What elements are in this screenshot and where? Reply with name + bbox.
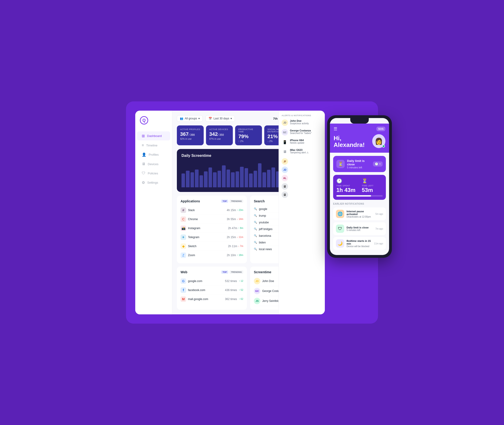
- phone-header: ☰ SOS: [330, 124, 389, 134]
- notif-sub: 5 minutes left: [347, 229, 368, 232]
- search-icon: 🔍: [254, 207, 257, 210]
- app-change: ↑ 8m: [238, 227, 243, 229]
- app-time: 2h 10m: [227, 254, 236, 257]
- notif-icon: 🌐: [336, 210, 344, 218]
- chevron-down-icon: ▾: [198, 117, 200, 120]
- chart-bar[interactable]: [254, 171, 257, 187]
- period-label: Last 30 days: [213, 117, 229, 120]
- chart-bar[interactable]: [204, 171, 207, 187]
- chart-bar[interactable]: [227, 170, 230, 187]
- sidebar-item-policies[interactable]: 🛡 Policies: [137, 169, 170, 178]
- groups-icon: 👥: [180, 117, 183, 120]
- chart-bar[interactable]: [258, 163, 261, 187]
- sidebar-item-settings[interactable]: ⚙ Settings: [137, 178, 170, 187]
- time-spent-col: 🕐 TIME SPENT 1h 43m: [336, 178, 357, 193]
- screentime-title: Screentime: [254, 270, 271, 274]
- search-query: google: [259, 207, 267, 211]
- app-time: 2h 15m: [227, 236, 236, 239]
- web-count: 532 times: [225, 279, 237, 283]
- app-time: 4h 15m: [227, 209, 236, 212]
- app-change: ↓ 7m: [238, 245, 243, 247]
- alert-avatar: JD: [282, 120, 288, 126]
- sidebar-item-timeline[interactable]: ≡ Timeline: [137, 141, 170, 150]
- app-icon: ◆: [181, 243, 186, 249]
- avatar-item: JD: [282, 166, 322, 173]
- user-avatar: 👩: [372, 134, 385, 148]
- web-icon: G: [181, 278, 186, 284]
- alert-item: GC George Costanza Searched for "babes": [282, 129, 322, 136]
- chart-bar[interactable]: [182, 173, 185, 187]
- alert-desc: Suspicious activity: [290, 122, 309, 125]
- phone-screen: ☰ SOS Hi, Alexandra! 👩 ⏳ Daily limit is …: [330, 118, 389, 255]
- sidebar-item-devices[interactable]: 🖥 Devices: [137, 159, 170, 168]
- app-icon: ✈: [181, 234, 186, 240]
- chart-bar[interactable]: [199, 175, 203, 187]
- badge-top: TOP: [221, 199, 228, 203]
- chart-bar[interactable]: [249, 173, 252, 187]
- applications-title: Applications: [181, 199, 200, 203]
- web-name: google.com: [188, 279, 202, 283]
- chart-bar[interactable]: [191, 172, 194, 187]
- alert-item: JD John Doe Suspicious activity: [282, 120, 322, 126]
- alert-name: iMac G623: [290, 148, 309, 151]
- earlier-notifications-title: EARLIER NOTIFICATIONS: [333, 203, 386, 205]
- alert-desc: Needs update: [290, 142, 304, 144]
- notif-icon: 🛡: [336, 225, 344, 233]
- stat-change: ↑ 2%: [238, 140, 259, 143]
- st-avatar: GC: [254, 288, 260, 294]
- sidebar-item-label: Settings: [147, 181, 158, 184]
- sidebar-item-label: Policies: [148, 172, 158, 175]
- chart-bar[interactable]: [222, 165, 225, 187]
- groups-filter[interactable]: 👥 All groups ▾: [177, 115, 203, 122]
- online-indicator: [382, 145, 385, 148]
- chart-bar[interactable]: [186, 171, 189, 187]
- chart-bar[interactable]: [195, 170, 198, 187]
- avatar-item: JF: [282, 158, 322, 165]
- chart-bar[interactable]: [209, 167, 212, 187]
- sidebar-item-label: Devices: [148, 162, 158, 166]
- time-spent-label: TIME SPENT: [336, 185, 357, 187]
- sidebar-item-dashboard[interactable]: ⊞ Dashboard: [137, 131, 170, 140]
- time-left-col: ⏳ TIME LEFT 53m: [362, 178, 383, 193]
- st-avatar: JD: [254, 278, 260, 284]
- phone-body: ⏳ Daily limit is close 5 minutes left 🕐 …: [330, 153, 389, 255]
- time-left-label: TIME LEFT: [362, 185, 383, 187]
- stat-label: Active Profiles: [180, 128, 200, 131]
- search-query: youtube: [259, 221, 269, 224]
- chart-bar[interactable]: [213, 172, 216, 187]
- applications-card: Applications TOP TRENDING # Slack 4h 15m…: [177, 196, 247, 263]
- chart-bar[interactable]: [267, 170, 271, 187]
- timeline-icon: ≡: [142, 143, 144, 147]
- app-change: ↓ 11m: [237, 236, 243, 238]
- hamburger-icon[interactable]: ☰: [334, 126, 337, 131]
- app-list-item: 📸 Instagram 2h 47m ↑ 8m: [181, 224, 243, 233]
- time-card: 🕐 TIME SPENT 1h 43m ⏳ TIME LEFT 53m: [333, 175, 386, 200]
- app-icon: Z: [181, 252, 186, 258]
- sidebar-item-label: Dashboard: [147, 134, 162, 138]
- logo-icon: Q: [140, 116, 148, 125]
- app-list-item: Z Zoom 2h 10m ↑ 18m: [181, 251, 243, 260]
- sos-button[interactable]: SOS: [376, 126, 385, 131]
- limit-plus-button[interactable]: 🕐 +: [373, 161, 383, 166]
- sidebar-item-profiles[interactable]: 👤 Profiles: [137, 150, 170, 159]
- chart-bar[interactable]: [262, 172, 266, 187]
- stat-sub: 97% in use: [209, 138, 230, 140]
- chart-bar[interactable]: [218, 171, 221, 187]
- search-query: jeff bridges: [259, 227, 272, 231]
- web-name: facebook.com: [188, 288, 205, 292]
- chart-bar[interactable]: [245, 168, 248, 187]
- chart-bar[interactable]: [231, 172, 234, 187]
- badge-top: TOP: [221, 271, 228, 274]
- web-list-item: M mail.google.com 362 times ↑ 62: [181, 295, 243, 304]
- chart-bar[interactable]: [272, 167, 275, 187]
- phone-notif-item: 🌐 Internet pause activated Deactivates a…: [333, 207, 386, 220]
- chart-bar[interactable]: [236, 171, 239, 187]
- phone-greeting: Hi, Alexandra! 👩: [330, 134, 389, 153]
- chart-bar[interactable]: [240, 167, 244, 187]
- alerts-list: JD John Doe Suspicious activity GC Georg…: [282, 120, 322, 155]
- avatar: JF: [282, 158, 288, 165]
- notif-text: Daily limit is close 5 minutes left: [347, 226, 368, 232]
- period-filter[interactable]: 📅 Last 30 days ▾: [205, 115, 235, 122]
- stat-active-devices: Active Devices 342/ 350 97% in use: [206, 126, 233, 145]
- web-count: 362 times: [225, 298, 237, 301]
